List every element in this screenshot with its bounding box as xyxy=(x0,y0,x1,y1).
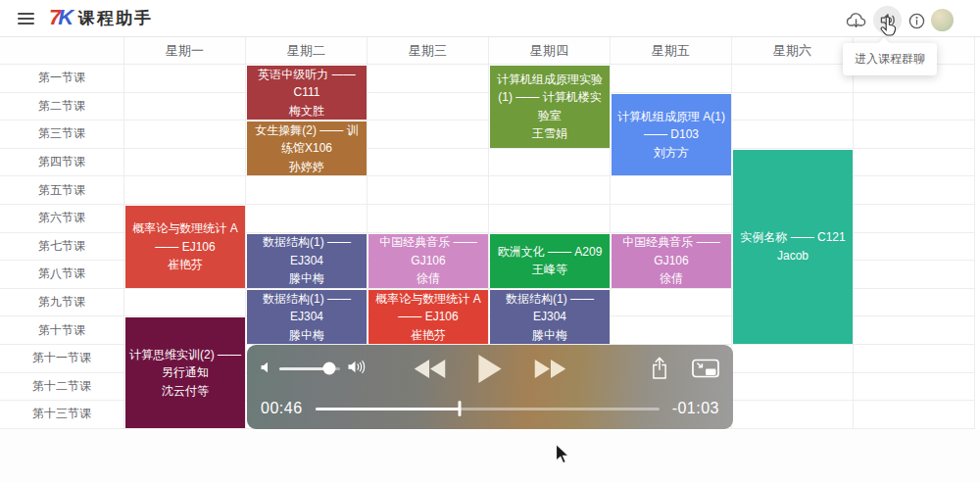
course-title: 计算思维实训(2) —— 另行通知 xyxy=(129,346,241,382)
course-teacher: 孙婷婷 xyxy=(251,158,363,175)
rewind-button[interactable] xyxy=(414,359,446,379)
period-label: 第七节课 xyxy=(0,233,124,262)
course-title: 数据结构(1) —— EJ304 xyxy=(251,290,363,326)
grid-cell[interactable] xyxy=(732,120,854,149)
speaker-icon[interactable] xyxy=(879,12,898,32)
grid-cell[interactable] xyxy=(368,205,489,233)
grid-cell[interactable] xyxy=(854,316,975,345)
grid-cell[interactable] xyxy=(368,93,489,121)
grid-cell[interactable] xyxy=(124,65,246,93)
fast-forward-button[interactable] xyxy=(534,359,566,379)
play-button[interactable] xyxy=(477,354,503,384)
grid-corner-cell xyxy=(0,37,124,65)
grid-cell[interactable] xyxy=(611,205,732,233)
course-title: 欧洲文化 —— A209 xyxy=(494,243,606,262)
user-avatar[interactable] xyxy=(931,9,954,31)
grid-cell[interactable] xyxy=(368,176,489,205)
grid-cell[interactable] xyxy=(732,93,854,121)
grid-cell[interactable] xyxy=(124,176,246,205)
course-cell[interactable]: 计算思维实训(2) —— 另行通知沈云付等 xyxy=(125,317,245,427)
share-button[interactable] xyxy=(651,357,668,380)
grid-cell[interactable] xyxy=(368,149,489,177)
course-title: 女生操舞(2) —— 训练馆X106 xyxy=(251,121,363,158)
grid-cell[interactable] xyxy=(854,289,975,317)
grid-cell[interactable] xyxy=(611,316,732,345)
period-label: 第十节课 xyxy=(0,316,124,345)
grid-cell[interactable] xyxy=(489,149,611,177)
course-cell[interactable]: 数据结构(1) —— EJ304滕中梅 xyxy=(247,290,367,344)
volume-fill xyxy=(279,367,329,370)
grid-cell[interactable] xyxy=(854,373,975,402)
grid-cell[interactable] xyxy=(732,373,854,402)
course-teacher: 王雪娟 xyxy=(494,124,606,143)
course-cell[interactable]: 数据结构(1) —— EJ304滕中梅 xyxy=(247,234,367,288)
period-label: 第八节课 xyxy=(0,261,124,289)
volume-knob[interactable] xyxy=(322,362,335,375)
course-title: 概率论与数理统计 A —— EJ106 xyxy=(372,290,484,326)
course-cell[interactable]: 概率论与数理统计 A —— EJ106崔艳芬 xyxy=(125,206,245,288)
period-label: 第十一节课 xyxy=(0,345,124,373)
course-teacher: Jacob xyxy=(737,247,849,265)
media-player: 00:46 -01:03 xyxy=(247,345,733,429)
course-cell[interactable]: 计算机组成原理实验(1) —— 计算机楼实验室王雪娟 xyxy=(490,66,610,148)
cloud-download-icon[interactable] xyxy=(846,12,867,34)
player-seek-row: 00:46 -01:03 xyxy=(261,394,719,423)
period-label: 第十二节课 xyxy=(0,373,124,402)
grid-cell[interactable] xyxy=(124,93,246,121)
grid-cell[interactable] xyxy=(854,149,975,177)
grid-cell[interactable] xyxy=(854,345,975,373)
grid-cell[interactable] xyxy=(732,345,854,373)
grid-cell[interactable] xyxy=(732,401,854,429)
volume-slider[interactable] xyxy=(279,367,340,370)
grid-cell[interactable] xyxy=(124,289,246,317)
tooltip-group-chat: 进入课程群聊 xyxy=(843,43,937,75)
course-teacher: 梅文胜 xyxy=(251,102,363,120)
seek-bar[interactable] xyxy=(316,408,660,410)
course-title: 中国经典音乐 —— GJ106 xyxy=(615,234,727,270)
grid-cell[interactable] xyxy=(124,120,246,149)
course-title: 中国经典音乐 —— GJ106 xyxy=(372,234,484,270)
grid-cell[interactable] xyxy=(854,120,975,149)
course-cell[interactable]: 中国经典音乐 —— GJ106徐倩 xyxy=(368,234,488,288)
day-header-6: 星期六 xyxy=(732,37,854,65)
seek-marker[interactable] xyxy=(458,401,461,416)
grid-cell[interactable] xyxy=(854,261,975,289)
grid-cell[interactable] xyxy=(368,65,489,93)
day-header-5: 星期五 xyxy=(611,37,732,65)
grid-cell[interactable] xyxy=(611,176,732,205)
grid-cell[interactable] xyxy=(854,205,975,233)
logo-7: 7 xyxy=(49,5,58,29)
grid-cell[interactable] xyxy=(246,205,368,233)
course-cell[interactable]: 英语中级听力 —— C111梅文胜 xyxy=(247,66,367,120)
course-cell[interactable]: 实例名称 —— C121Jacob xyxy=(733,150,853,344)
course-title: 计算机组成原理 A(1) —— D103 xyxy=(615,108,727,144)
grid-cell[interactable] xyxy=(611,289,732,317)
volume-group xyxy=(261,360,368,378)
course-cell[interactable]: 计算机组成原理 A(1) —— D103刘方方 xyxy=(612,94,731,176)
course-cell[interactable]: 女生操舞(2) —— 训练馆X106孙婷婷 xyxy=(247,121,367,175)
app-bar: 7K 课程助手 xyxy=(0,0,980,37)
grid-cell[interactable] xyxy=(489,176,611,205)
menu-icon[interactable] xyxy=(18,13,34,25)
course-cell[interactable]: 数据结构(1) —— EJ304滕中梅 xyxy=(490,290,610,344)
day-header-2: 星期二 xyxy=(246,37,368,65)
seek-fill xyxy=(316,408,460,410)
volume-max-icon xyxy=(347,360,368,378)
grid-cell[interactable] xyxy=(854,233,975,262)
info-icon[interactable] xyxy=(908,13,925,33)
grid-cell[interactable] xyxy=(368,120,489,149)
grid-cell[interactable] xyxy=(611,65,732,93)
pip-button[interactable] xyxy=(692,359,719,379)
course-cell[interactable]: 概率论与数理统计 A —— EJ106崔艳芬 xyxy=(368,290,488,344)
grid-cell[interactable] xyxy=(854,401,975,429)
course-teacher: 王峰等 xyxy=(494,261,606,279)
course-cell[interactable]: 中国经典音乐 —— GJ106徐倩 xyxy=(612,234,731,288)
grid-cell[interactable] xyxy=(854,176,975,205)
grid-cell[interactable] xyxy=(732,65,854,93)
page-background xyxy=(0,429,980,482)
grid-cell[interactable] xyxy=(124,149,246,177)
grid-cell[interactable] xyxy=(854,93,975,121)
grid-cell[interactable] xyxy=(489,205,611,233)
grid-cell[interactable] xyxy=(246,176,368,205)
course-cell[interactable]: 欧洲文化 —— A209王峰等 xyxy=(490,234,610,288)
